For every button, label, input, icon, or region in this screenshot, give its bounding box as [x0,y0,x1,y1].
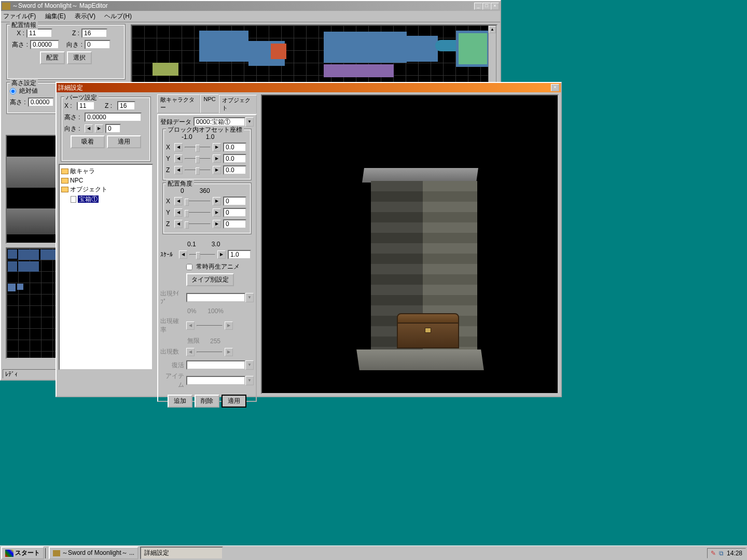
offset-x-input[interactable] [223,143,246,152]
count-max: 255 [210,338,220,345]
parts-setting-group: パーツ設定 X : Z : 高さ : 向き : ◀ ▶ [61,96,151,162]
close-button[interactable]: × [491,3,499,10]
angle-x-input[interactable] [223,197,246,206]
offset-x-slider[interactable] [185,144,211,151]
delete-button[interactable]: 削除 [195,395,219,408]
appearcount-label: 出現数 [160,347,184,356]
typeset-button[interactable]: タイプ別設定 [186,273,234,286]
object-tree[interactable]: 敵キャラ NPC オブジェクト 宝箱① [59,164,153,370]
anim-label: 常時再生アニメ [196,262,240,271]
offset-y-slider[interactable] [185,155,211,162]
angle-x-slider[interactable] [185,198,211,205]
angle-max: 360 [200,187,210,194]
tree-npc-folder[interactable]: NPC [61,176,150,185]
placement-title: 配置情報 [10,21,38,30]
angle-y-slider[interactable] [185,209,211,216]
parts-h-input[interactable] [85,113,142,122]
parts-x-label: X : [64,102,75,109]
count-left: ◀ [186,348,195,356]
taskbar: スタート ～Sword of Moonlight～ ... 詳細設定 ✎ ⧉ 1… [0,545,747,560]
scale-slider[interactable] [189,251,215,258]
scale-max: 3.0 [212,241,220,248]
detail-titlebar[interactable]: 詳細設定 × [57,83,561,92]
windows-logo-icon [5,550,13,557]
scroll-up-icon[interactable]: ▲ [489,26,496,33]
x-input[interactable] [26,29,52,38]
offset-z-input[interactable] [223,165,246,175]
snap-button[interactable]: 吸着 [71,135,105,148]
hset-height-input[interactable] [28,97,54,107]
offset-x-right[interactable]: ▶ [213,143,221,151]
offset-y-left[interactable]: ◀ [174,155,183,163]
dir-input[interactable] [85,40,110,49]
angle-z-slider[interactable] [185,220,211,228]
offset-y-input[interactable] [223,154,246,163]
offset-x-left[interactable]: ◀ [174,143,183,151]
parts-title: パーツ設定 [64,93,99,102]
menu-help[interactable]: ヘルプ(H) [104,12,132,20]
tab-object[interactable]: オブジェクト [219,95,257,114]
dir-right-button[interactable]: ▶ [95,124,103,133]
angle-y-left[interactable]: ◀ [174,208,183,217]
angle-x-right[interactable]: ▶ [213,197,221,205]
tree-chest-item[interactable]: 宝箱① [71,194,150,204]
revive-combo [186,360,245,370]
minimize-button[interactable]: _ [474,3,482,10]
menu-file[interactable]: ファイル(F) [3,12,36,20]
tree-enemy-folder[interactable]: 敵キャラ [61,166,150,176]
app-icon [53,550,60,556]
taskbar-item-mapeditor[interactable]: ～Sword of Moonlight～ ... [49,547,139,559]
place-button[interactable]: 配置 [40,51,65,64]
offset-z-right[interactable]: ▶ [213,166,221,174]
parts-z-input[interactable] [117,101,135,110]
system-tray[interactable]: ✎ ⧉ 14:28 [707,548,746,558]
detail-close-button[interactable]: × [551,84,559,91]
regdata-dropdown-button[interactable]: ▼ [245,117,254,127]
hset-height-label: 高さ : [10,98,26,107]
menu-view[interactable]: 表示(V) [75,12,95,20]
tray-network-icon[interactable]: ⧉ [719,550,724,557]
scale-input[interactable] [228,250,251,259]
tab-strip: 敵キャラクター NPC オブジェクト [157,94,257,113]
parts-dir-input[interactable] [105,124,121,133]
menu-edit[interactable]: 編集(E) [45,12,66,20]
apply-button[interactable]: 適用 [222,395,246,408]
dir-left-button[interactable]: ◀ [85,124,93,133]
parts-x-input[interactable] [77,101,95,110]
scale-right[interactable]: ▶ [217,250,226,259]
item-label: アイテム [160,372,184,389]
add-button[interactable]: 追加 [168,395,192,408]
offset-z-left[interactable]: ◀ [174,166,183,174]
angle-z-left[interactable]: ◀ [174,220,183,228]
revive-dropdown: ▼ [245,360,254,370]
angle-y-right[interactable]: ▶ [213,208,221,217]
offset-title: ブロック内オフセット座標 [166,125,244,134]
3d-preview-viewport[interactable] [261,94,559,394]
angle-z-input[interactable] [223,219,246,229]
z-input[interactable] [81,29,107,38]
absolute-radio[interactable] [10,88,16,94]
height-input[interactable] [30,40,59,49]
tab-npc[interactable]: NPC [200,94,218,113]
start-button[interactable]: スタート [1,547,44,559]
maximize-button[interactable]: □ [482,3,491,10]
parts-apply-button[interactable]: 適用 [107,135,141,148]
offset-z-slider[interactable] [185,166,211,174]
appeartype-label: 出現ﾀｲﾌﾟ [160,289,184,305]
angle-y-input[interactable] [223,208,246,217]
tray-clock: 14:28 [727,550,742,557]
count-slider [197,348,223,356]
tree-object-folder[interactable]: オブジェクト [61,185,150,194]
angle-x-left[interactable]: ◀ [174,197,183,205]
angle-z-right[interactable]: ▶ [213,220,221,228]
offset-group: ブロック内オフセット座標 -1.0 1.0 X◀▶ Y◀▶ Z◀▶ [162,129,252,180]
detail-title: 詳細設定 [58,83,83,92]
tab-enemy[interactable]: 敵キャラクター [157,94,200,113]
folder-icon [61,169,68,174]
offset-y-right[interactable]: ▶ [213,155,221,163]
taskbar-item-detail[interactable]: 詳細設定 [140,547,223,559]
anim-checkbox[interactable] [186,264,192,270]
tray-pen-icon[interactable]: ✎ [711,550,716,557]
scale-left[interactable]: ◀ [179,250,187,259]
select-button[interactable]: 選択 [67,51,92,64]
